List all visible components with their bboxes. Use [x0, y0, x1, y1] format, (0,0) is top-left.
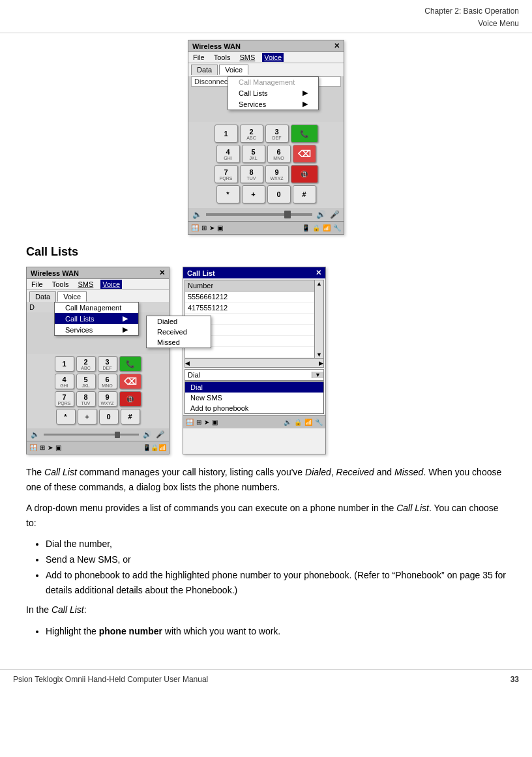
left-dropdown-services[interactable]: Services ▶ [55, 324, 138, 335]
left-menu-sms[interactable]: SMS [76, 280, 95, 289]
left-menu-file[interactable]: File [29, 280, 45, 289]
sub-item-missed[interactable]: Missed [147, 337, 211, 348]
left-key-1[interactable]: 1 [55, 356, 74, 372]
tab-data[interactable]: Data [191, 65, 218, 75]
key-7[interactable]: 7 PQRS [214, 165, 238, 183]
taskbar-icon-2: ➤ [209, 224, 214, 231]
left-volume-bar: 🔈 🔊 🎤 [27, 428, 169, 441]
paragraph-2: A drop-down menu provides a list of comm… [26, 501, 506, 530]
sub-item-received[interactable]: Received [147, 327, 211, 337]
left-tab-voice[interactable]: Voice [57, 291, 87, 302]
left-volume-slider[interactable] [44, 434, 139, 436]
key-backspace[interactable]: ⌫ [293, 145, 316, 163]
key-end-call[interactable]: 📵 [291, 165, 318, 183]
bullet-1: Dial the number, [46, 537, 506, 552]
first-dropdown: Call Management Call Lists ▶ Services ▶ [228, 76, 319, 110]
key-8[interactable]: 8 TUV [240, 165, 263, 183]
menu-sms[interactable]: SMS [237, 53, 257, 62]
second-left-close[interactable]: ✕ [159, 269, 165, 277]
call-list-close[interactable]: ✕ [316, 269, 321, 277]
left-key-call[interactable]: 📞 [119, 356, 141, 372]
left-key-2[interactable]: 2ABC [76, 356, 96, 372]
key-5[interactable]: 5 JKL [242, 145, 265, 163]
chapter-title: Chapter 2: Basic Operation [13, 5, 519, 18]
scroll-down[interactable]: ▼ [316, 351, 322, 358]
left-dropdown-call-lists[interactable]: Call Lists ▶ [55, 313, 138, 324]
left-key-hash[interactable]: # [121, 409, 140, 424]
paragraph-3: In the Call List: [26, 602, 506, 617]
call-list-number-1[interactable]: 5556661212 [185, 291, 314, 303]
left-dropdown-call-management[interactable]: Call Management [55, 303, 138, 313]
first-window-titlebar: Wireless WAN ✕ [188, 40, 344, 52]
cl-tb-4: 🔊 [284, 419, 291, 426]
key-call[interactable]: 📞 [291, 125, 318, 143]
dropdown-item-call-management[interactable]: Call Management [228, 77, 318, 87]
call-list-empty-4 [185, 347, 314, 358]
action-new-sms[interactable]: New SMS [185, 393, 323, 403]
left-vol-high: 🔊 [143, 430, 152, 439]
left-key-plus[interactable]: + [78, 409, 97, 424]
second-left-tabs: Data Voice [27, 290, 169, 302]
left-key-backspace[interactable]: ⌫ [119, 374, 141, 389]
menu-tools[interactable]: Tools [212, 53, 233, 62]
left-tab-data[interactable]: Data [29, 291, 56, 302]
scroll-up[interactable]: ▲ [316, 280, 322, 287]
left-key-9[interactable]: 9WXYZ [98, 391, 117, 407]
cl-tb-3: ▣ [212, 419, 218, 426]
start-icon[interactable]: 🪟 [191, 224, 199, 231]
cl-start-icon[interactable]: 🪟 [186, 419, 194, 426]
final-bullet: Highlight the phone number with which yo… [46, 624, 506, 640]
key-plus[interactable]: + [242, 185, 265, 203]
action-dial[interactable]: Dial [185, 382, 323, 393]
action-add-phonebook[interactable]: Add to phonebook [185, 403, 323, 413]
left-start-icon[interactable]: 🪟 [29, 444, 37, 451]
key-9[interactable]: 9 WXYZ [265, 165, 289, 183]
key-4[interactable]: 4 GHI [216, 145, 240, 163]
left-keypad-row-2: 4GHI 5JKL 6MNO ⌫ [29, 374, 167, 389]
key-star[interactable]: * [216, 185, 240, 203]
first-window-close[interactable]: ✕ [334, 42, 340, 50]
arrow-icon: ▶ [303, 89, 308, 97]
call-list-title: Call List [187, 269, 215, 277]
key-6[interactable]: 6 MNO [267, 145, 291, 163]
sub-item-dialed[interactable]: Dialed [147, 316, 211, 327]
dropdown-item-services[interactable]: Services ▶ [228, 98, 318, 110]
left-keypad-row-1: 1 2ABC 3DEF 📞 [29, 356, 167, 372]
left-key-3[interactable]: 3DEF [98, 356, 117, 372]
left-key-6[interactable]: 6MNO [98, 374, 117, 389]
left-menu-tools[interactable]: Tools [50, 280, 71, 289]
key-3[interactable]: 3 DEF [265, 125, 289, 143]
key-1[interactable]: 1 [214, 125, 238, 143]
key-hash[interactable]: # [293, 185, 316, 203]
menu-voice[interactable]: Voice [262, 53, 284, 62]
left-menu-voice[interactable]: Voice [100, 280, 122, 289]
left-key-4[interactable]: 4GHI [55, 374, 74, 389]
left-key-7[interactable]: 7PQRS [55, 391, 74, 407]
left-key-8[interactable]: 8TUV [76, 391, 96, 407]
call-list-taskbar: 🪟 ⊞ ➤ ▣ 🔊 🔒 📶 🔧 [183, 415, 325, 428]
dropdown-arrow[interactable]: ▼ [312, 372, 323, 378]
left-key-0[interactable]: 0 [99, 409, 119, 424]
call-list-hscrollbar[interactable]: ◀ ▶ [185, 358, 323, 367]
scroll-left[interactable]: ◀ [185, 360, 190, 366]
keypad: 1 2 ABC 3 DEF 📞 4 [188, 122, 344, 208]
menu-file[interactable]: File [191, 53, 207, 62]
call-list-number-2[interactable]: 4175551212 [185, 303, 314, 314]
left-key-end[interactable]: 📵 [119, 391, 141, 407]
call-list-header: Number [185, 280, 314, 291]
call-list-italic-1: Call List [44, 467, 77, 477]
call-list-scrollbar[interactable]: ▲ ▼ [314, 280, 323, 358]
dropdown-item-call-lists[interactable]: Call Lists ▶ [228, 87, 318, 98]
taskbar-icon-6: 📶 [323, 224, 331, 231]
left-key-5[interactable]: 5JKL [76, 374, 96, 389]
key-0[interactable]: 0 [267, 185, 291, 203]
scroll-right[interactable]: ▶ [319, 360, 323, 366]
tab-voice[interactable]: Voice [219, 65, 248, 75]
key-2[interactable]: 2 ABC [240, 125, 263, 143]
first-window-menubar: File Tools SMS Voice [188, 52, 344, 63]
left-key-star[interactable]: * [56, 409, 76, 424]
left-keypad-row-3: 7PQRS 8TUV 9WXYZ 📵 [29, 391, 167, 407]
sub-dropdown: Dialed Received Missed [146, 316, 211, 348]
second-left-titlebar: Wireless WAN ✕ [27, 267, 169, 279]
volume-slider[interactable] [206, 213, 312, 216]
